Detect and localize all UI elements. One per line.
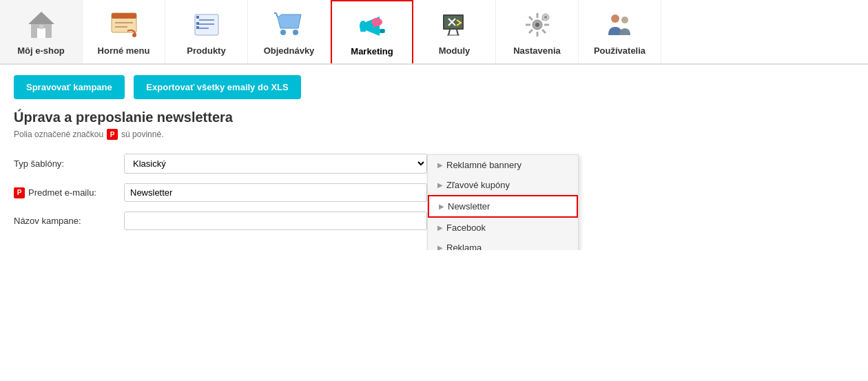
- nav-icon-horne-menu: [107, 8, 141, 42]
- required-note-text2: sú povinné.: [121, 130, 163, 139]
- campaign-name-label: Názov kampane:: [14, 216, 124, 226]
- svg-point-16: [280, 30, 286, 35]
- svg-line-40: [542, 30, 546, 33]
- arrow-icon: ▶: [439, 203, 444, 210]
- svg-rect-13: [196, 16, 199, 19]
- svg-line-30: [448, 30, 450, 35]
- nav-label-moj-eshop: Môj e-shop: [17, 45, 65, 56]
- svg-line-18: [276, 13, 278, 17]
- svg-line-39: [529, 17, 533, 20]
- svg-rect-5: [112, 13, 136, 19]
- nav-label-marketing: Marketing: [351, 46, 393, 56]
- page-title: Úprava a preposlanie newslettera: [14, 110, 854, 125]
- required-note: Polia označené značkou P sú povinné.: [14, 129, 854, 140]
- arrow-icon: ▶: [437, 181, 443, 189]
- nav-icon-objednavky: [272, 8, 307, 42]
- svg-point-46: [621, 17, 628, 23]
- marketing-dropdown-menu: ▶ Reklamné bannery ▶ Zľavové kupóny ▶ Ne…: [427, 154, 579, 250]
- arrow-icon: ▶: [437, 244, 443, 250]
- svg-point-25: [380, 29, 384, 33]
- svg-rect-14: [196, 22, 199, 25]
- arrow-icon: ▶: [437, 224, 443, 231]
- nav-item-horne-menu[interactable]: Horné menu: [83, 0, 165, 63]
- svg-line-31: [457, 30, 458, 35]
- svg-point-44: [544, 16, 547, 19]
- svg-marker-1: [28, 12, 54, 24]
- svg-rect-3: [39, 25, 43, 29]
- nav-icon-moduly: [437, 8, 472, 42]
- template-select[interactable]: Klasický: [124, 154, 427, 174]
- nav-item-produkty[interactable]: Produkty: [165, 0, 248, 63]
- export-emails-button[interactable]: Exportovať všetky emaily do XLS: [134, 75, 300, 99]
- required-badge-email: P: [14, 187, 25, 198]
- svg-point-17: [293, 30, 298, 35]
- nav-label-moduly: Moduly: [439, 45, 471, 56]
- svg-point-34: [535, 23, 539, 27]
- nav-item-marketing[interactable]: Marketing: [331, 0, 413, 63]
- nav-label-objednavky: Objednávky: [264, 45, 315, 56]
- dropdown-item-newsletter[interactable]: ▶ Newsletter: [428, 195, 578, 218]
- dropdown-item-reklamne-bannery[interactable]: ▶ Reklamné bannery: [428, 155, 578, 175]
- dropdown-item-facebook[interactable]: ▶ Facebook: [428, 218, 578, 238]
- svg-point-22: [371, 18, 382, 26]
- svg-rect-15: [196, 26, 199, 29]
- required-badge: P: [107, 129, 118, 140]
- top-navigation: Môj e-shop Horné menu: [0, 0, 868, 65]
- nav-item-nastavenia[interactable]: Nastavenia: [496, 0, 579, 63]
- dropdown-item-zlavove-kupony[interactable]: ▶ Zľavové kupóny: [428, 175, 578, 195]
- nav-label-horne-menu: Horné menu: [98, 45, 150, 56]
- template-label: Typ šablóny:: [14, 158, 124, 169]
- nav-label-produkty: Produkty: [187, 45, 225, 56]
- nav-icon-pouzivatelia: [603, 8, 637, 42]
- svg-rect-2: [37, 28, 45, 38]
- manage-campaigns-button[interactable]: Spravovať kampane: [14, 75, 125, 99]
- nav-icon-nastavenia: [520, 8, 555, 42]
- email-subject-input[interactable]: [124, 183, 427, 202]
- nav-label-pouzivatelia: Používatelia: [594, 45, 645, 56]
- action-buttons: Spravovať kampane Exportovať všetky emai…: [14, 75, 854, 99]
- nav-icon-marketing: [355, 8, 389, 43]
- nav-item-pouzivatelia[interactable]: Používatelia: [579, 0, 661, 63]
- nav-item-moduly[interactable]: Moduly: [413, 0, 496, 63]
- dropdown-item-reklama[interactable]: ▶ Reklama: [428, 238, 578, 250]
- svg-line-42: [529, 30, 533, 33]
- nav-icon-produkty: [189, 8, 224, 42]
- nav-icon-moj-eshop: [24, 8, 59, 42]
- required-note-text: Polia označené značkou: [14, 130, 103, 139]
- main-content: Spravovať kampane Exportovať všetky emai…: [0, 65, 868, 250]
- nav-label-nastavenia: Nastavenia: [513, 45, 561, 56]
- svg-point-45: [611, 14, 619, 23]
- svg-point-8: [132, 33, 136, 37]
- arrow-icon: ▶: [437, 161, 443, 169]
- campaign-name-input[interactable]: [124, 212, 427, 230]
- email-subject-label: P Predmet e-mailu:: [14, 187, 124, 198]
- nav-item-moj-eshop[interactable]: Môj e-shop: [0, 0, 83, 63]
- svg-rect-21: [360, 25, 366, 32]
- nav-item-objednavky[interactable]: Objednávky: [248, 0, 331, 63]
